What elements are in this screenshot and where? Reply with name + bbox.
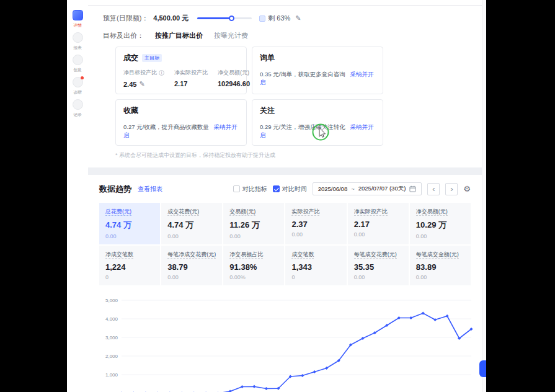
budget-slider-fill (197, 17, 231, 19)
metric-cell[interactable]: 净实际投产比2.170.00 (348, 203, 409, 244)
metric-label: 每笔成交金额(元) (416, 251, 464, 259)
goal-card-inquiry[interactable]: 询单 0.35 元/询单，获取更多意向咨询 采纳并开启 (252, 47, 383, 94)
card-header: 询单 (260, 53, 375, 63)
notification-dot (81, 76, 84, 79)
card-description: 0.35 元/询单，获取更多意向咨询 (260, 71, 345, 78)
metric-value: 38.79 (167, 262, 216, 272)
svg-text:5,000: 5,000 (105, 298, 118, 303)
prev-period-button[interactable] (427, 183, 440, 195)
metric-cell[interactable]: 总花费(元)4.74 万0.00 (99, 203, 160, 244)
diagnose-icon (73, 77, 83, 87)
stat-target-roi: 净目标投产比 2.45 (123, 69, 164, 88)
metric-cell[interactable]: 交易额(元)11.26 万0.00 (223, 203, 284, 244)
metric-cell[interactable]: 每笔成交花费(元)35.350.00 (348, 246, 409, 285)
metric-value: 1,224 (105, 262, 154, 272)
svg-text:1,000: 1,000 (105, 372, 118, 378)
log-icon (73, 99, 83, 110)
metric-label: 实际投产比 (291, 208, 340, 216)
metric-cell[interactable]: 实际投产比2.370.00 (285, 203, 346, 244)
metric-value: 1,343 (291, 262, 340, 272)
metric-label: 每笔成交花费(元) (354, 251, 402, 259)
compare-metric-label: 对比指标 (242, 185, 267, 194)
metric-value: 2.17 (354, 220, 402, 229)
metric-cell[interactable]: 成交花费(元)4.74 万0.00 (161, 203, 222, 244)
date-range-separator: ~ (351, 185, 355, 192)
goal-note: * 系统会尽可能达成中设置的目标，保持稳定投放有助于提升达成 (115, 151, 482, 159)
goal-card-deal[interactable]: 成交 主目标 净目标投产比 2.45 (115, 47, 247, 94)
sidebar-item-log[interactable]: 记录 (73, 99, 83, 118)
sidebar-item-detail[interactable]: 详情 (73, 10, 83, 29)
trend-header: 数据趋势 查看报表 对比指标 对比时间 2025/06/08 ~ 2025/07… (99, 182, 471, 195)
metric-value: 11.26 万 (229, 220, 278, 231)
svg-text:2,000: 2,000 (105, 354, 118, 359)
date-range-picker[interactable]: 2025/06/08 ~ 2025/07/07 (30天) (313, 182, 422, 195)
metric-label: 净交易额(元) (416, 208, 464, 216)
metric-compare-value: 0 (291, 274, 340, 280)
budget-row: 预算(日限额)： 4,500.00 元 剩 63% (103, 14, 482, 23)
budget-slider-knob[interactable] (229, 16, 234, 21)
stat-label: 净目标投产比 (123, 69, 157, 77)
next-period-button[interactable] (445, 183, 458, 195)
chart-area: 01,0002,0003,0004,0005,0002025/07/082025… (94, 294, 471, 392)
edit-roi-icon[interactable] (139, 80, 144, 88)
stat-net-gmv: 净交易额(元) 102946.60 (218, 69, 250, 88)
settings-gear-icon[interactable] (463, 184, 471, 194)
sidebar-item-label: 详情 (73, 22, 82, 28)
metric-label: 成交笔数 (291, 251, 340, 259)
metric-compare-value: 0.00 (105, 233, 154, 239)
metric-cell[interactable]: 净交易额占比91.38%0.00% (223, 246, 284, 285)
primary-goal-badge: 主目标 (142, 54, 162, 62)
compare-metric-toggle[interactable]: 对比指标 (233, 185, 267, 194)
info-icon[interactable] (159, 70, 164, 76)
card-title: 关注 (260, 105, 275, 116)
floating-button[interactable] (479, 360, 486, 377)
metric-value: 10.29 万 (416, 220, 464, 231)
sidebar-item-label: 创意 (73, 67, 82, 73)
compare-time-checkbox[interactable] (273, 185, 280, 192)
card-description: 0.29 元/关注，增强店铺关注转化 (260, 123, 345, 130)
edit-budget-icon[interactable] (295, 14, 301, 22)
budget-remaining-label: 剩 63% (268, 14, 290, 23)
metric-cell[interactable]: 每笔成交金额(元)83.890.00 (410, 246, 471, 285)
metric-compare-value: 0.00 (167, 274, 216, 280)
section-separator (88, 167, 482, 175)
sidebar-item-report[interactable]: 报表 (73, 32, 83, 51)
metric-label: 净交易额占比 (229, 251, 278, 259)
metric-value: 2.37 (291, 220, 340, 229)
budget-slider[interactable] (197, 17, 252, 19)
metric-cell[interactable]: 每笔净成交花费(元)38.790.00 (161, 246, 222, 285)
budget-value: 4,500.00 元 (153, 14, 189, 23)
report-icon (73, 32, 83, 43)
metric-cell[interactable]: 净成交笔数1,2240 (99, 246, 160, 285)
stat-actual-roi: 净实际投产比 2.17 (174, 69, 208, 88)
metric-compare-value: 0.00% (229, 274, 278, 280)
metric-cell[interactable]: 成交笔数1,3430 (285, 246, 346, 285)
metric-label: 总花费(元) (105, 208, 154, 216)
compare-time-toggle[interactable]: 对比时间 (273, 185, 307, 194)
stat-label: 净交易额(元) (218, 69, 250, 77)
metric-cell[interactable]: 净交易额(元)10.29 万0.00 (410, 203, 471, 244)
budget-label: 预算(日限额)： (103, 14, 148, 23)
card-description: 0.27 元/收藏，提升商品收藏数量 (123, 123, 209, 130)
compare-time-label: 对比时间 (282, 185, 307, 194)
goal-label: 目标及出价： (103, 31, 144, 40)
metric-compare-value: 0.00 (167, 233, 216, 239)
metric-label: 成交花费(元) (167, 208, 216, 216)
tab-bid-by-goal[interactable]: 按推广目标出价 (155, 31, 203, 40)
svg-text:4,000: 4,000 (105, 316, 118, 322)
goal-card-favorite[interactable]: 收藏 0.27 元/收藏，提升商品收藏数量 采纳并开启 (115, 99, 247, 146)
sidebar-item-diagnose[interactable]: 诊断 (73, 77, 83, 96)
budget-icon (259, 16, 265, 22)
metric-value: 35.35 (354, 262, 402, 272)
metric-label: 交易额(元) (229, 208, 278, 216)
campaign-detail-panel: 详情报表创意诊断记录 预算(日限额)： 4,500.00 元 剩 63% 目标及… (67, 0, 486, 392)
scrollbar[interactable] (482, 0, 486, 392)
view-report-link[interactable]: 查看报表 (138, 185, 162, 194)
tab-bid-by-impression[interactable]: 按曝光计费 (214, 31, 248, 40)
trend-controls: 对比指标 对比时间 2025/06/08 ~ 2025/07/07 (30天) (233, 182, 471, 195)
compare-metric-checkbox[interactable] (233, 185, 240, 192)
metric-compare-value: 0 (105, 274, 154, 280)
card-title: 成交 (123, 53, 138, 63)
sidebar-item-creative[interactable]: 创意 (73, 55, 83, 73)
metric-label: 净实际投产比 (354, 208, 402, 216)
